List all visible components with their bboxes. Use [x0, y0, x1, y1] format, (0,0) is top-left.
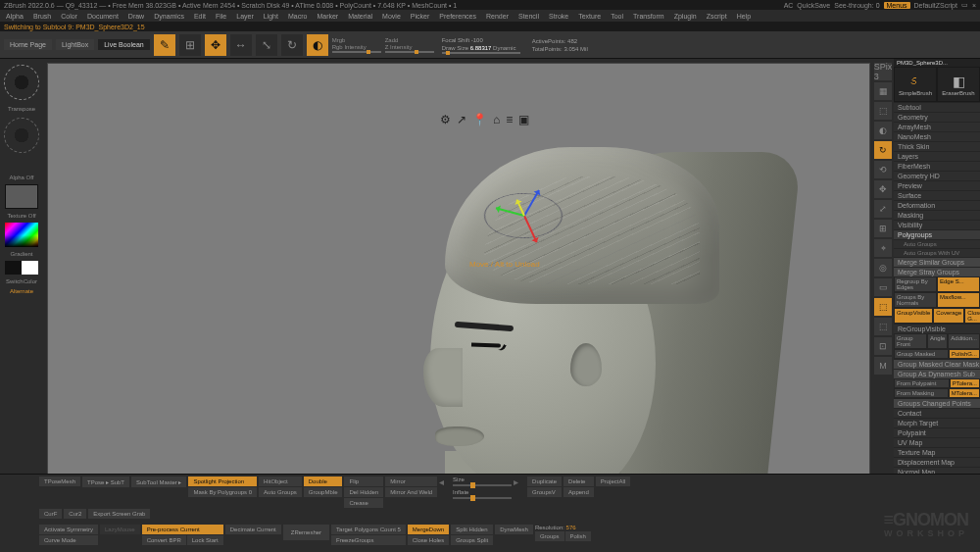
groups-by-normals[interactable]: Groups By Normals	[894, 292, 937, 308]
gizmo-toolbar-icon-5[interactable]: ▣	[518, 113, 529, 126]
gizmo-icon-bar[interactable]: ⚙↗📍⌂≡▣	[440, 113, 529, 126]
viewtool-2[interactable]: ⬚	[874, 102, 892, 120]
convert-bpr[interactable]: Convert BPR	[142, 535, 186, 545]
cur2[interactable]: Cur2	[64, 509, 86, 519]
menus-button[interactable]: Menus	[884, 2, 910, 9]
menu-file[interactable]: File	[216, 13, 226, 20]
viewtool-12[interactable]: ⬚	[874, 298, 892, 316]
move-icon[interactable]: ↔	[230, 34, 252, 56]
section-masking[interactable]: Masking	[894, 210, 980, 220]
auto-groups[interactable]: Auto Groups	[894, 239, 980, 248]
viewtool-8[interactable]: ⊞	[874, 220, 892, 237]
group-mble[interactable]: GroupMble	[304, 487, 343, 497]
polishg[interactable]: PolishG...	[949, 349, 980, 359]
addition[interactable]: Addition...	[948, 333, 980, 349]
spotlight-projection[interactable]: Spotlight Projection	[188, 477, 257, 486]
tab-liveboolean[interactable]: Live Boolean	[98, 39, 149, 50]
section-thick-skin[interactable]: Thick Skin	[894, 141, 980, 151]
crease[interactable]: Crease	[344, 498, 383, 508]
zremesher[interactable]: ZRemesher	[283, 525, 329, 540]
canvas-3d[interactable]: ⚙↗📍⌂≡▣ Move / Alt to Unload	[47, 63, 870, 486]
menu-color[interactable]: Color	[61, 13, 77, 20]
section-layers[interactable]: Layers	[894, 151, 980, 161]
simple-brush-button[interactable]: ಽ SimpleBrush	[894, 67, 937, 102]
texture-off-label[interactable]: Texture Off	[7, 213, 35, 219]
menu-zscript[interactable]: Zscript	[707, 13, 727, 20]
viewtool-3[interactable]: ◐	[874, 122, 892, 139]
window-close-icon[interactable]: ×	[972, 2, 976, 9]
double[interactable]: Double	[304, 477, 343, 486]
section-geometry-hd[interactable]: Geometry HD	[894, 171, 980, 180]
target-polygons[interactable]: Target Polygons Count 5	[331, 525, 406, 534]
viewtool-13[interactable]: ⬚	[874, 318, 892, 335]
mtolera[interactable]: MTolera...	[949, 388, 980, 398]
group-front[interactable]: Group Front	[894, 333, 927, 349]
maxflow[interactable]: Maxflow...	[937, 292, 980, 308]
tpose-mesh[interactable]: TPoseMesh	[39, 477, 80, 486]
menu-stencil[interactable]: Stencil	[518, 13, 539, 20]
gradient-label[interactable]: Gradient	[10, 251, 32, 257]
hit-object[interactable]: HitObject	[259, 477, 302, 486]
viewtool-15[interactable]: M	[874, 357, 892, 375]
section-uv-map[interactable]: UV Map	[894, 437, 980, 447]
color-picker[interactable]	[5, 223, 38, 247]
viewtool-10[interactable]: ◎	[874, 259, 892, 276]
gizmo-toolbar-icon-3[interactable]: ⌂	[493, 113, 500, 126]
merge-similar-groups[interactable]: Merge Similar Groups	[894, 257, 980, 267]
section-polypaint[interactable]: Polypaint	[894, 427, 980, 437]
subtool-master[interactable]: SubTool Master ▸	[131, 477, 186, 487]
section-contact[interactable]: Contact	[894, 408, 980, 418]
edge-s[interactable]: Edge S...	[937, 276, 980, 292]
delete[interactable]: Delete	[564, 477, 594, 486]
viewtool-14[interactable]: ⊡	[874, 337, 892, 355]
section-deformation[interactable]: Deformation	[894, 200, 980, 210]
default-zscript[interactable]: DefaultZScript	[914, 2, 957, 9]
section-preview[interactable]: Preview	[894, 180, 980, 190]
tpose-subt[interactable]: TPose ▸ SubT	[82, 477, 129, 487]
from-masking[interactable]: From Masking	[894, 388, 949, 398]
group-masked-clear[interactable]: Group Masked Clear Mask	[894, 359, 980, 369]
scale-icon[interactable]: ⤡	[256, 34, 277, 56]
dynamesh[interactable]: DynaMesh	[495, 525, 533, 534]
mask-by-polygroups[interactable]: Mask By Polygroups 0	[188, 487, 257, 497]
project-all[interactable]: ProjectAll	[596, 477, 630, 486]
draw-mode-icon[interactable]: ⊞	[179, 34, 201, 56]
curve-mode[interactable]: Curve Mode	[39, 535, 98, 545]
export-screen-grab[interactable]: Export Screen Grab	[88, 509, 150, 519]
menu-render[interactable]: Render	[486, 13, 509, 20]
transform-gizmo[interactable]	[479, 172, 567, 260]
decimate-current[interactable]: Decimate Current	[225, 525, 281, 534]
section-morph-target[interactable]: Morph Target	[894, 418, 980, 427]
gizmo-toolbar-icon-1[interactable]: ↗	[457, 113, 466, 126]
menu-edit[interactable]: Edit	[194, 13, 206, 20]
section-fibermesh[interactable]: FiberMesh	[894, 161, 980, 171]
merge-stray-groups[interactable]: Merge Stray Groups	[894, 267, 980, 276]
close-g[interactable]: Close G...	[964, 308, 980, 324]
lock-start[interactable]: Lock Start	[187, 535, 223, 545]
menu-layer[interactable]: Layer	[236, 13, 254, 20]
eraser-brush-button[interactable]: ◧ EraserBrush	[937, 67, 980, 102]
polygroups-section[interactable]: Polygroups	[894, 229, 980, 239]
menu-zplugin[interactable]: Zplugin	[674, 13, 697, 20]
coverage[interactable]: Coverage	[933, 308, 964, 324]
append[interactable]: Append	[564, 487, 594, 497]
gizmo-toolbar-icon-0[interactable]: ⚙	[440, 113, 451, 126]
merge-down[interactable]: MergeDown	[408, 525, 449, 534]
section-geometry[interactable]: Geometry	[894, 112, 980, 122]
groups[interactable]: Groups	[535, 531, 564, 541]
menu-help[interactable]: Help	[737, 13, 751, 20]
auto-groups-b[interactable]: Auto Groups	[259, 487, 302, 497]
groupsv[interactable]: GroupsV	[527, 487, 562, 497]
viewtool-7[interactable]: ⤢	[874, 200, 892, 218]
section-arraymesh[interactable]: ArrayMesh	[894, 122, 980, 131]
focal-shift[interactable]: Focal Shift -100 Draw Size 6.88317 Dynam…	[438, 36, 524, 54]
menu-transform[interactable]: Transform	[633, 13, 664, 20]
section-texture-map[interactable]: Texture Map	[894, 447, 980, 457]
section-nanomesh[interactable]: NanoMesh	[894, 131, 980, 141]
brush-radial-icon[interactable]	[2, 63, 41, 102]
mrgb-slider[interactable]: Mrgb Rgb Intensity	[332, 37, 381, 53]
section-displacement-map[interactable]: Displacement Map	[894, 457, 980, 467]
texture-swatch[interactable]	[5, 184, 38, 209]
menu-dynamics[interactable]: Dynamics	[154, 13, 184, 20]
alpha-off-label[interactable]: Alpha Off	[10, 175, 34, 180]
